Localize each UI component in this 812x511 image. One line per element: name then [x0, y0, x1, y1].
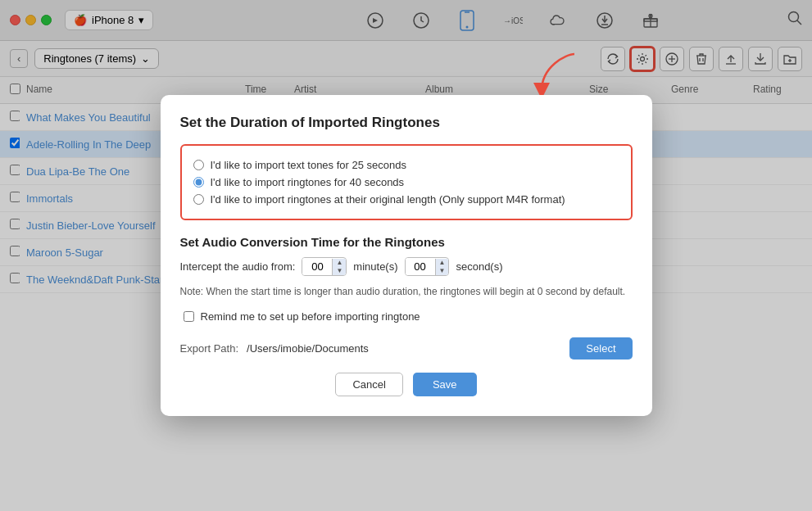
- minute-spinner[interactable]: 00 ▲ ▼: [302, 257, 347, 276]
- export-row: Export Path: /Users/imobie/Documents Sel…: [180, 337, 633, 360]
- radio-option-2[interactable]: I'd like to import ringtones for 40 seco…: [193, 176, 619, 188]
- arrow-indicator: [533, 50, 583, 97]
- radio-option-3[interactable]: I'd like to import ringtones at their or…: [193, 193, 619, 206]
- second-unit: second(s): [456, 260, 502, 273]
- minute-unit: minute(s): [353, 260, 397, 273]
- audio-conversion-row: Intercept the audio from: 00 ▲ ▼ minute(…: [180, 257, 633, 276]
- second-arrows: ▲ ▼: [435, 259, 449, 275]
- save-button[interactable]: Save: [413, 373, 477, 396]
- intercept-label: Intercept the audio from:: [180, 260, 296, 273]
- audio-section-title: Set Audio Conversion Time for the Ringto…: [180, 235, 633, 249]
- cancel-button[interactable]: Cancel: [335, 373, 402, 396]
- note-text: Note: When the start time is longer than…: [180, 284, 633, 299]
- export-label: Export Path:: [180, 342, 239, 355]
- radio-original[interactable]: [193, 194, 204, 205]
- dialog-overlay: Set the Duration of Imported Ringtones I…: [0, 0, 812, 511]
- dialog-title: Set the Duration of Imported Ringtones: [180, 115, 633, 131]
- radio-option-3-label: I'd like to import ringtones at their or…: [211, 193, 565, 206]
- minute-input[interactable]: 00: [302, 258, 332, 275]
- radio-group: I'd like to import text tones for 25 sec…: [180, 144, 633, 220]
- radio-option-2-label: I'd like to import ringtones for 40 seco…: [211, 176, 405, 188]
- settings-dialog: Set the Duration of Imported Ringtones I…: [161, 95, 652, 416]
- dialog-footer: Cancel Save: [180, 373, 633, 396]
- radio-option-1[interactable]: I'd like to import text tones for 25 sec…: [193, 159, 619, 171]
- remind-checkbox[interactable]: [184, 311, 194, 322]
- second-input[interactable]: 00: [406, 258, 435, 275]
- radio-25sec[interactable]: [193, 160, 204, 170]
- select-button[interactable]: Select: [569, 337, 632, 360]
- export-path: /Users/imobie/Documents: [247, 342, 561, 355]
- remind-label: Remind me to set up before importing rin…: [201, 310, 420, 323]
- second-up[interactable]: ▲: [436, 259, 449, 267]
- minute-arrows: ▲ ▼: [332, 259, 346, 275]
- minute-up[interactable]: ▲: [333, 259, 346, 267]
- remind-row: Remind me to set up before importing rin…: [180, 310, 633, 323]
- minute-down[interactable]: ▼: [333, 267, 346, 275]
- radio-option-1-label: I'd like to import text tones for 25 sec…: [211, 159, 407, 171]
- second-down[interactable]: ▼: [436, 267, 449, 275]
- second-spinner[interactable]: 00 ▲ ▼: [405, 257, 450, 276]
- radio-40sec[interactable]: [193, 177, 204, 188]
